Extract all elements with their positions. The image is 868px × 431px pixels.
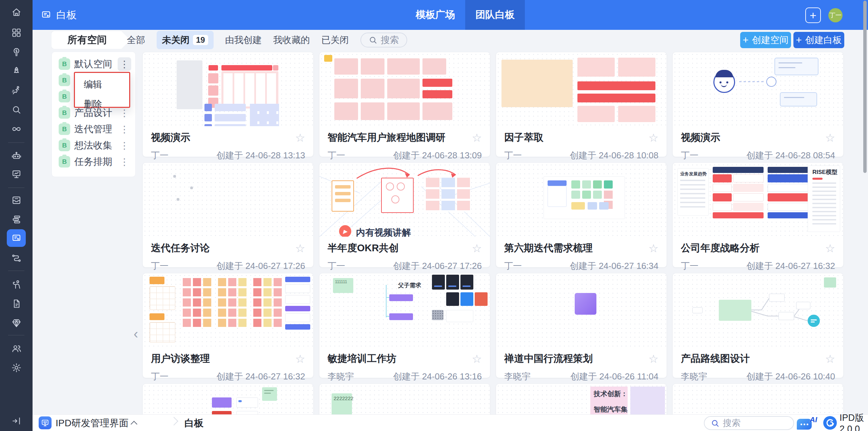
board-author: 丁一 [504,150,522,161]
search-rail-icon[interactable] [8,101,24,118]
board-card[interactable]: 视频演示☆ 丁一创建于 24-06-28 08:54 [672,52,844,157]
menu-item-edit[interactable]: 编辑 [75,76,129,93]
training-person-icon[interactable] [8,276,24,292]
rail-divider [8,142,24,143]
kebab-menu-icon[interactable]: ⋮ [118,57,131,71]
footer-search[interactable]: 搜索 [704,416,794,430]
video-overlay-label: 内有视频讲解 [356,227,411,237]
space-icon: B [59,140,70,151]
star-icon[interactable]: ☆ [472,243,482,254]
space-item-default[interactable]: B 默认空间 ⋮ [52,56,135,72]
presentation-chart-icon[interactable] [8,166,24,182]
star-icon[interactable]: ☆ [825,132,835,143]
space-icon: B [59,91,70,102]
board-card[interactable]: 迭代任务讨论☆ 丁一创建于 24-06-27 17:26 [142,162,314,268]
thumb-node-label: 父子需求 [398,281,421,289]
zentao-logo-icon[interactable] [823,416,837,430]
collapse-rail-icon[interactable] [8,413,24,429]
kebab-menu-icon[interactable]: ⋮ [118,155,131,169]
star-icon[interactable]: ☆ [295,353,305,365]
board-author: 李晓宇 [504,371,531,383]
board-title: 智能汽车用户旅程地图调研 [328,131,446,144]
avatar[interactable]: 丁一 [828,8,843,22]
filter-tab-all[interactable]: 全部 [127,34,145,46]
menu-item-delete[interactable]: 删除 [75,96,129,112]
board-card[interactable]: 视频演示☆ 丁一创建于 24-06-28 13:13 [142,52,314,157]
board-author: 丁一 [328,150,345,161]
home-icon[interactable] [8,4,24,20]
infinity-devops-icon[interactable] [8,121,24,137]
create-plus-button[interactable]: + [805,7,821,23]
create-space-button[interactable]: +创建空间 [740,32,791,48]
idea-bulb-icon[interactable] [8,43,24,60]
scrollbar-thumb[interactable] [863,1,867,173]
star-icon[interactable]: ☆ [825,353,835,365]
search-icon [369,36,377,44]
rail-divider [8,271,24,271]
space-icon: B [59,75,70,86]
space-item-ideas[interactable]: B想法收集⋮ [52,137,135,154]
star-icon[interactable]: ☆ [648,132,658,143]
filter-tab-favorites[interactable]: 我收藏的 [273,34,310,46]
board-created: 创建于 24-06-27 16:32 [746,260,835,272]
board-grid: 视频演示☆ 丁一创建于 24-06-28 13:13 智能汽车用户旅程地图调研☆… [142,52,851,431]
board-card[interactable]: 因子萃取☆ 丁一创建于 24-06-28 10:08 [496,52,667,157]
board-thumbnail [143,273,313,347]
ai-assistant-icon[interactable]: AI [797,417,817,430]
board-thumbnail [673,52,843,126]
apps-grid-icon[interactable] [8,24,24,41]
board-card[interactable]: ▶ 内有视频讲解 半年度OKR共创☆ 丁一创建于 24-06-27 17:26 [319,162,490,268]
kebab-menu-icon[interactable]: ⋮ [118,139,131,152]
breadcrumb-separator-icon [170,417,178,425]
team-users-icon[interactable] [8,340,24,356]
board-card[interactable]: 产品路线图设计☆ 李晓宇创建于 24-06-26 10:40 [672,273,844,378]
document-icon[interactable] [8,295,24,312]
workspace-switcher[interactable]: IPD研发管理界面 [56,415,137,431]
space-selector-tab[interactable]: 所有空间 [52,31,130,49]
tab-template-market[interactable]: 模板广场 [406,0,465,30]
star-icon[interactable]: ☆ [295,132,305,143]
settings-gear-icon[interactable] [8,359,24,376]
space-context-menu: 编辑 删除 [74,72,130,108]
space-item-iteration[interactable]: B迭代管理⋮ [52,121,135,137]
open-count-badge: 19 [193,35,208,45]
board-card[interactable]: 第六期迭代需求梳理☆ 丁一创建于 24-06-27 16:34 [496,162,667,268]
inbox-docs-icon[interactable] [8,192,24,208]
gem-icon[interactable] [8,315,24,331]
create-board-button[interactable]: +创建白板 [793,32,844,48]
space-item-schedule[interactable]: B任务排期⋮ [52,154,135,170]
board-author: 丁一 [151,260,169,272]
whiteboard-icon[interactable] [7,229,26,247]
filter-search[interactable]: 搜索 [360,33,407,47]
workspace-app-icon[interactable] [39,416,52,429]
footer-bar: IPD研发管理界面 白板 搜索 AI IPD版2.0.0 [33,414,868,431]
board-card[interactable]: 智能汽车用户旅程地图调研☆ 丁一创建于 24-06-28 13:09 [319,52,490,157]
panel-collapse-icon[interactable]: ‹ [134,326,138,341]
board-card[interactable]: 业务发展趋势 RISE模型 公司年度战略分析☆ 丁一创建于 [672,162,844,268]
board-card[interactable]: 用户访谈整理☆ 丁一创建于 24-06-27 16:32 [142,273,314,378]
flow-route-icon[interactable] [8,250,24,266]
sprint-runner-icon[interactable] [8,82,24,98]
star-icon[interactable]: ☆ [825,243,835,254]
board-card[interactable]: 111111 父子需求 敏捷培训工作坊☆ 李晓宇创建于 24-06-26 13:… [319,273,490,378]
star-icon[interactable]: ☆ [295,243,305,254]
rail-divider [8,188,24,188]
star-icon[interactable]: ☆ [472,132,482,143]
kanban-list-icon[interactable] [8,211,24,228]
tab-team-whiteboard[interactable]: 团队白板 [465,0,525,30]
filter-tab-closed[interactable]: 已关闭 [321,34,349,46]
star-icon[interactable]: ☆ [648,353,658,365]
star-icon[interactable]: ☆ [648,243,658,254]
robot-assistant-icon[interactable] [8,148,24,164]
play-button-icon[interactable]: ▶ [339,225,351,237]
filter-tab-created-by-me[interactable]: 由我创建 [225,34,262,46]
kebab-menu-icon[interactable]: ⋮ [118,122,131,136]
space-icon: B [59,58,70,70]
board-created: 创建于 24-06-28 08:54 [746,150,835,161]
board-author: 丁一 [681,150,698,161]
star-icon[interactable]: ☆ [472,353,482,365]
board-title: 迭代任务讨论 [151,241,210,255]
rocket-icon[interactable] [8,63,24,79]
filter-tab-open[interactable]: 未关闭19 [157,31,214,49]
board-card[interactable]: 禅道中国行流程策划☆ 李晓宇创建于 24-06-26 11:04 [496,273,667,378]
